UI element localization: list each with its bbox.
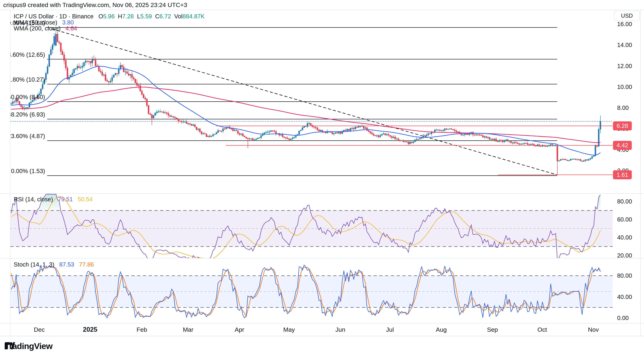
candle-body <box>239 133 240 134</box>
candle-body <box>305 126 306 127</box>
candle-body <box>451 129 452 129</box>
time-tick-label: 2025 <box>83 326 97 333</box>
candle-body <box>100 71 101 72</box>
candle-body <box>350 128 351 131</box>
symbol-legend[interactable]: ICP / US Dollar · 1D · Binance O5.96H7.2… <box>14 13 208 20</box>
rsi-axis[interactable]: 80.0060.0040.0020.00 <box>617 198 632 259</box>
tradingview-logo[interactable]: TradingView <box>5 341 52 351</box>
currency-button[interactable]: USD <box>614 11 640 21</box>
candle-body <box>428 133 429 135</box>
fib-level-label: 0.00% (1.53) <box>11 168 45 174</box>
candle-body <box>368 131 369 131</box>
candle-body <box>439 130 440 131</box>
candle-body <box>176 118 177 119</box>
wma200-legend[interactable]: WMA (200, close) 4.64 <box>14 25 77 32</box>
candle-body <box>298 131 300 134</box>
rsi-legend[interactable]: RSI (14, close) 79.51 50.54 <box>14 196 92 203</box>
stoch-axis[interactable]: 80.0040.000.00 <box>617 272 632 321</box>
ohlc-label: L <box>137 13 140 20</box>
candle-body <box>234 130 235 131</box>
time-tick-label: Nov <box>588 326 599 333</box>
candle-body <box>30 102 32 103</box>
candle-body <box>143 94 144 98</box>
candle-body <box>554 145 555 146</box>
time-tick-label: Feb <box>136 326 147 333</box>
candle-body <box>266 132 266 133</box>
candle-body <box>366 128 368 131</box>
candle-body <box>540 146 541 147</box>
candle-body <box>150 113 151 114</box>
candle-body <box>112 77 112 81</box>
candle-body <box>226 128 227 129</box>
candle-body <box>171 116 172 117</box>
candle-body <box>72 73 73 75</box>
candle-body <box>562 159 563 160</box>
candle-body <box>108 81 110 82</box>
ohlc-value: 5.59 <box>140 13 152 20</box>
candle-body <box>146 99 148 105</box>
candle-body <box>458 132 458 132</box>
candle-body <box>497 141 498 142</box>
candle-body <box>438 130 439 130</box>
candle-body <box>60 43 61 51</box>
candle-body <box>317 128 318 130</box>
candle-body <box>214 134 215 135</box>
fib-level-label: 50.00% (8.60) <box>8 94 45 100</box>
candle-body <box>393 137 394 138</box>
candle-body <box>512 143 513 143</box>
candle-body <box>190 123 190 124</box>
candle-body <box>57 34 58 42</box>
candle-body <box>588 159 589 160</box>
ohlc-value: 5.96 <box>103 13 114 20</box>
time-tick-label: Aug <box>436 326 447 333</box>
candle-body <box>572 159 573 160</box>
candle-body <box>246 137 247 138</box>
candle-body <box>530 144 532 145</box>
candle-body <box>515 142 516 143</box>
candle-body <box>537 145 538 146</box>
candle-body <box>524 143 525 144</box>
candle-body <box>507 140 508 141</box>
candle-body <box>360 126 361 127</box>
candle-body <box>509 141 510 141</box>
candle-body <box>517 143 518 144</box>
candle-body <box>525 143 526 144</box>
candle-body <box>423 136 424 137</box>
candle-body <box>216 133 217 134</box>
candle-body <box>534 144 534 146</box>
candle-body <box>130 74 131 75</box>
stoch-legend[interactable]: Stoch (14, 1, 3) 87.53 77.86 <box>14 261 94 268</box>
price-axis[interactable]: 16.0014.0012.0010.008.006.004.002.00 <box>617 21 632 174</box>
candle-body <box>318 130 320 131</box>
candle-body <box>573 159 574 159</box>
candle-body <box>50 49 51 55</box>
candle-body <box>312 125 313 127</box>
rsi-tick-label: 20.00 <box>617 252 632 259</box>
candle-body <box>123 67 124 72</box>
candle-body <box>414 140 416 142</box>
candle-body <box>93 60 94 60</box>
candle-body <box>376 136 378 136</box>
candle-body <box>519 144 520 144</box>
candle-body <box>122 65 122 67</box>
candle-body <box>237 131 238 133</box>
chart-canvas[interactable]: 100.00% (15.68)78.60% (12.65)61.80% (10.… <box>0 0 644 358</box>
time-tick-label: Jun <box>336 326 346 333</box>
time-axis[interactable]: Dec2025FebMarAprMayJunJulAugSepOctNov <box>34 326 599 333</box>
candle-body <box>545 146 546 147</box>
candle-body <box>20 105 22 107</box>
symbol-title: ICP / US Dollar · 1D · Binance <box>14 13 94 20</box>
candle-body <box>232 129 234 131</box>
stoch-d-value: 77.86 <box>79 261 94 268</box>
stoch-tick-label: 80.00 <box>617 272 632 279</box>
candle-body <box>284 137 285 137</box>
candle-body <box>575 159 576 159</box>
candle-body <box>477 134 478 135</box>
price-badge-label: 6.28 <box>616 122 628 129</box>
candle-body <box>568 160 570 161</box>
candle-body <box>174 117 176 118</box>
candle-body <box>340 132 341 133</box>
candle-body <box>85 61 86 62</box>
candle-body <box>555 145 556 146</box>
candle-body <box>138 85 139 86</box>
